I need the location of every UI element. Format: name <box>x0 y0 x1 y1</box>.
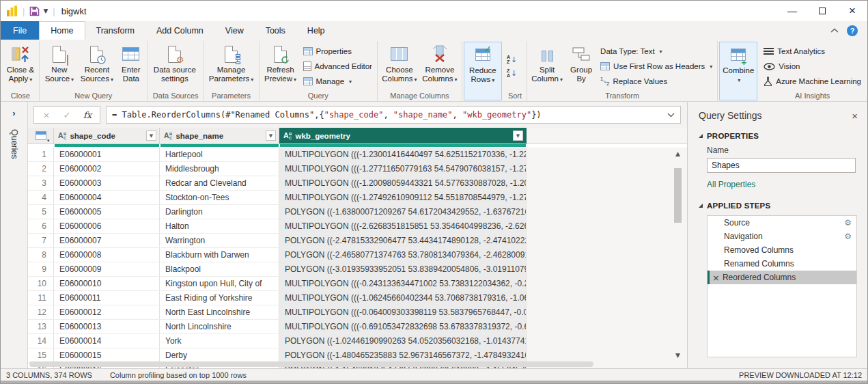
cancel-formula-icon[interactable]: × <box>37 110 56 120</box>
close-panel-icon[interactable]: × <box>852 111 858 121</box>
row-number[interactable]: 15 <box>28 348 54 362</box>
cell-wkb-geometry[interactable]: MULTIPOLYGON (((-0.691053472832698 53.67… <box>279 320 527 333</box>
applied-step-item[interactable]: × Navigation ⚙ <box>708 230 856 243</box>
cell-wkb-geometry[interactable]: MULTIPOLYGON (((-2.6268351815851 53.3546… <box>279 219 527 233</box>
row-number[interactable]: 14 <box>28 334 54 348</box>
cell-wkb-geometry[interactable]: MULTIPOLYGON (((-0.064009303398119 53.58… <box>279 305 527 319</box>
cell-wkb-geometry[interactable]: POLYGON ((-2.46580771374763 53.780813407… <box>279 248 527 262</box>
row-number[interactable]: 8 <box>28 248 54 262</box>
fx-icon[interactable]: fx <box>78 110 97 120</box>
cell-wkb-geometry[interactable]: MULTIPOLYGON (((-0.243133634471002 53.73… <box>279 277 527 290</box>
column-header-shape-name[interactable]: ABC shape_name ▼ <box>160 128 279 144</box>
expand-formula-icon[interactable] <box>667 113 675 118</box>
tab-tools[interactable]: Tools <box>255 21 296 40</box>
scroll-up-icon[interactable]: ▲ <box>675 149 680 159</box>
save-icon[interactable] <box>29 6 40 16</box>
enter-data-button[interactable]: Enter Data <box>117 42 145 91</box>
filter-dropdown-icon[interactable]: ▼ <box>266 131 276 141</box>
cell-shape-code[interactable]: E06000003 <box>54 176 160 190</box>
cell-shape-name[interactable]: North East Lincolnshire <box>160 305 279 319</box>
cell-shape-name[interactable]: East Riding of Yorkshire <box>160 291 279 305</box>
row-number[interactable]: 2 <box>28 162 54 176</box>
quick-access-dropdown-icon[interactable]: ▼ <box>43 8 48 14</box>
cell-shape-name[interactable]: Darlington <box>160 205 279 219</box>
cell-shape-code[interactable]: E06000015 <box>54 348 160 362</box>
cell-shape-name[interactable]: North Lincolnshire <box>160 320 279 333</box>
azure-ml-button[interactable]: Azure Machine Learning <box>764 74 861 88</box>
tab-home[interactable]: Home <box>39 21 85 40</box>
data-type-button[interactable]: Data Type: Text▾ <box>600 44 712 58</box>
collapse-ribbon-icon[interactable] <box>830 28 839 33</box>
table-row[interactable]: 1 E06000001 Hartlepool MULTIPOLYGON (((-… <box>28 148 527 162</box>
tab-file[interactable]: File <box>1 21 39 40</box>
cell-shape-name[interactable]: Kingston upon Hull, City of <box>160 277 279 290</box>
cell-shape-name[interactable]: Warrington <box>160 234 279 247</box>
cell-wkb-geometry[interactable]: POLYGON ((-1.480465235883 52.96731465673… <box>279 348 527 362</box>
applied-step-item[interactable]: × Reordered Columns ⚙ <box>708 271 856 284</box>
use-first-row-as-headers-button[interactable]: Use First Row as Headers▾ <box>600 59 712 73</box>
cell-wkb-geometry[interactable]: POLYGON ((-1.02446190990263 54.052035603… <box>279 334 527 348</box>
row-number[interactable]: 5 <box>28 205 54 219</box>
cell-shape-code[interactable]: E06000010 <box>54 277 160 290</box>
row-number[interactable]: 1 <box>28 148 54 161</box>
vertical-scrollbar[interactable]: ▲ ▼ <box>673 149 683 360</box>
cell-shape-code[interactable]: E06000013 <box>54 320 160 333</box>
cell-shape-name[interactable]: Halton <box>160 219 279 233</box>
group-by-button[interactable]: Group By <box>565 42 597 91</box>
properties-section-header[interactable]: PROPERTIES <box>699 132 858 140</box>
cell-shape-code[interactable]: E06000002 <box>54 162 160 176</box>
table-row[interactable]: 14 E06000014 York POLYGON ((-1.024461909… <box>28 334 527 348</box>
horizontal-scrollbar-thumb[interactable] <box>29 361 593 367</box>
tab-view[interactable]: View <box>214 21 255 40</box>
cell-shape-code[interactable]: E06000008 <box>54 248 160 262</box>
queries-pane-label[interactable]: Queries <box>10 129 19 159</box>
split-column-button[interactable]: Split Column▾ <box>529 42 565 91</box>
close-and-apply-button[interactable]: Close & Apply▾ <box>4 42 37 91</box>
horizontal-scrollbar[interactable] <box>28 361 669 367</box>
cell-shape-code[interactable]: E06000011 <box>54 291 160 305</box>
table-row[interactable]: 9 E06000009 Blackpool POLYGON ((-3.01935… <box>28 262 527 277</box>
cell-wkb-geometry[interactable]: MULTIPOLYGON (((-1.27492610909112 54.551… <box>279 191 527 204</box>
tab-transform[interactable]: Transform <box>85 21 146 40</box>
step-settings-gear-icon[interactable]: ⚙ <box>844 232 852 241</box>
row-number[interactable]: 7 <box>28 234 54 247</box>
table-row[interactable]: 3 E06000003 Redcar and Cleveland MULTIPO… <box>28 176 527 191</box>
properties-button[interactable]: Properties <box>303 44 372 58</box>
row-number[interactable]: 10 <box>28 277 54 290</box>
cell-wkb-geometry[interactable]: MULTIPOLYGON (((-1.06245660402344 53.706… <box>279 291 527 305</box>
sort-ascending-button[interactable]: AZ↓ <box>507 54 517 66</box>
table-row[interactable]: 6 E06000006 Halton MULTIPOLYGON (((-2.62… <box>28 219 527 234</box>
cell-shape-code[interactable]: E06000012 <box>54 305 160 319</box>
vision-button[interactable]: Vision <box>764 59 861 73</box>
recent-sources-button[interactable]: Recent Sources▾ <box>78 42 116 91</box>
applied-step-item[interactable]: × Source ⚙ <box>708 216 856 230</box>
query-name-input[interactable] <box>707 158 856 173</box>
cell-shape-code[interactable]: E06000009 <box>54 262 160 276</box>
cell-shape-name[interactable]: York <box>160 334 279 348</box>
applied-step-item[interactable]: × Removed Columns ⚙ <box>708 243 856 257</box>
row-number[interactable]: 12 <box>28 305 54 319</box>
column-header-wkb-geometry[interactable]: ABC wkb_geometry ▼ <box>279 128 527 144</box>
cell-shape-name[interactable]: Middlesbrough <box>160 162 279 176</box>
cell-shape-name[interactable]: Redcar and Cleveland <box>160 176 279 190</box>
cell-shape-code[interactable]: E06000005 <box>54 205 160 219</box>
choose-columns-button[interactable]: Choose Columns▾ <box>380 42 419 91</box>
minimize-button[interactable]: — <box>777 1 807 21</box>
table-row[interactable]: 13 E06000013 North Lincolnshire MULTIPOL… <box>28 320 527 334</box>
reduce-rows-button[interactable]: ✓ Reduce Rows▾ <box>466 42 500 100</box>
table-row[interactable]: 2 E06000002 Middlesbrough MULTIPOLYGON (… <box>28 162 527 176</box>
select-all-corner[interactable] <box>28 128 54 144</box>
applied-step-item[interactable]: × Renamed Columns ⚙ <box>708 257 856 271</box>
applied-steps-section-header[interactable]: APPLIED STEPS <box>699 202 858 210</box>
cell-shape-name[interactable]: Stockton-on-Tees <box>160 191 279 204</box>
cell-wkb-geometry[interactable]: POLYGON ((-3.01935933952051 53.838942005… <box>279 262 527 276</box>
vertical-scrollbar-thumb[interactable] <box>674 168 682 223</box>
cell-wkb-geometry[interactable]: POLYGON ((-2.47815332906477 53.443417489… <box>279 234 527 247</box>
tab-add-column[interactable]: Add Column <box>145 21 214 40</box>
cell-shape-name[interactable]: Derby <box>160 348 279 362</box>
cell-wkb-geometry[interactable]: MULTIPOLYGON (((-1.27711650779163 54.547… <box>279 162 527 176</box>
advanced-editor-button[interactable]: Advanced Editor <box>303 59 372 73</box>
cell-shape-code[interactable]: E06000001 <box>54 148 160 161</box>
close-window-button[interactable]: × <box>837 1 867 21</box>
table-row[interactable]: 5 E06000005 Darlington POLYGON ((-1.6380… <box>28 205 527 219</box>
